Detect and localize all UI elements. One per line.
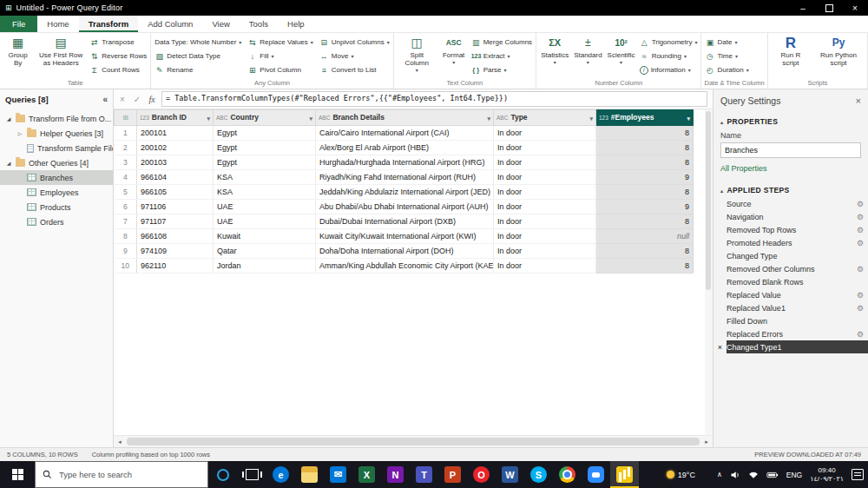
ribbon-button-fill[interactable]: ↓Fill▾ [247,49,313,63]
tab-view[interactable]: View [202,16,239,32]
expanded-expander-icon[interactable]: ◢ [5,160,12,166]
data-type-icon[interactable]: ABC [496,115,508,121]
ribbon-button-rounding[interactable]: ≈Rounding▾ [639,49,699,63]
cell[interactable]: 8 [596,214,694,229]
column-header-branch-details[interactable]: ABCBranch Details▾ [316,110,494,126]
column-header-employees[interactable]: 123#Employees▾ [596,110,694,126]
speaker-icon[interactable] [730,470,740,480]
cell[interactable]: Hurghada/Hurghada International Airport … [316,155,494,170]
ribbon-button-information[interactable]: iInformation▾ [639,63,699,77]
taskbar-app-onenote[interactable]: N [381,461,410,488]
cell[interactable]: In door [494,259,596,274]
taskbar-app-skype[interactable]: S [524,461,553,488]
row-number[interactable]: 5 [115,185,137,200]
cell[interactable]: Egypt [214,126,316,141]
cell[interactable]: Doha/Doha International Airport (DOH) [316,244,494,259]
query-item-orders[interactable]: Orders [0,214,113,229]
applied-step-navigation[interactable]: Navigation⚙ [713,210,868,223]
data-type-icon[interactable]: ABC [216,115,227,121]
ribbon-button-run-r-script[interactable]: RRun R script [771,34,811,78]
ribbon-button-unpivot-columns[interactable]: ⊟Unpivot Columns▾ [319,36,391,49]
ribbon-button-data-type-whole-number[interactable]: Data Type: Whole Number▾ [154,36,242,49]
cell[interactable]: Kuwait City/Kuwait International Airport… [316,229,494,244]
ribbon-button-convert-to-list[interactable]: ≡Convert to List [319,63,391,77]
cell[interactable]: KSA [214,170,316,185]
applied-step-source[interactable]: Source⚙ [713,197,868,210]
ribbon-button-standard[interactable]: ±Standard▾ [572,34,603,78]
ribbon-button-move[interactable]: ↔Move▾ [319,49,391,63]
applied-steps-header[interactable]: ▴ APPLIED STEPS [713,183,868,197]
ribbon-button-run-python-script[interactable]: PyRun Python script [812,34,865,78]
battery-icon[interactable] [766,470,779,480]
cell[interactable]: 9 [596,200,694,214]
status-profiling[interactable]: Column profiling based on top 1000 rows [92,451,210,458]
cell[interactable]: Qatar [214,244,316,259]
ribbon-button-merge-columns[interactable]: ▥Merge Columns [470,36,533,49]
column-header-type[interactable]: ABCType▾ [494,110,596,126]
ribbon-button-date[interactable]: ▣Date▾ [704,36,749,49]
cell[interactable]: 9 [596,170,694,185]
row-number[interactable]: 4 [115,170,137,185]
ribbon-button-pivot-column[interactable]: ⊞Pivot Column [247,63,313,77]
query-name-input[interactable] [720,142,861,158]
tab-add-column[interactable]: Add Column [138,16,202,32]
cell[interactable]: Riyadh/King Fahd International Airport (… [316,170,494,185]
ribbon-button-reverse-rows[interactable]: ⇅Reverse Rows [89,49,148,63]
close-settings-icon[interactable]: × [856,96,861,106]
cell[interactable]: Kuwait [214,229,316,244]
cell[interactable]: 200101 [137,126,214,141]
row-number[interactable]: 2 [115,141,137,155]
applied-step-changed-type1[interactable]: ×Changed Type1 [713,340,868,353]
network-icon[interactable] [748,470,759,480]
step-settings-gear-icon[interactable]: ⚙ [857,213,864,221]
cell[interactable]: 8 [596,141,694,155]
applied-step-removed-top-rows[interactable]: Removed Top Rows⚙ [713,223,868,236]
row-number[interactable]: 6 [115,200,137,214]
query-item-employees[interactable]: Employees [0,185,113,200]
applied-step-changed-type[interactable]: Changed Type [713,249,868,262]
collapse-queries-icon[interactable]: « [102,95,108,104]
ribbon-button-format[interactable]: ASCFormat▾ [439,34,469,78]
scroll-right-icon[interactable]: ▸ [700,439,713,445]
cell[interactable]: 962110 [137,259,214,274]
filter-icon[interactable]: ▾ [589,115,593,122]
query-item-transform-file-from-o[interactable]: ◢Transform File from O... [0,111,113,126]
applied-step-replaced-value[interactable]: Replaced Value⚙ [713,288,868,301]
data-type-icon[interactable]: ABC [319,115,330,121]
cortana-icon[interactable] [217,469,229,481]
cell[interactable]: In door [494,229,596,244]
cell[interactable]: Egypt [214,155,316,170]
applied-step-replaced-value1[interactable]: Replaced Value1⚙ [713,301,868,314]
query-item-branches[interactable]: Branches [0,170,113,185]
row-number[interactable]: 8 [115,229,137,244]
row-number[interactable]: 3 [115,155,137,170]
search-input[interactable] [57,469,201,480]
cell[interactable]: UAE [214,214,316,229]
cell[interactable]: In door [494,126,596,141]
ribbon-button-trigonometry[interactable]: △Trigonometry▾ [639,36,699,49]
step-settings-gear-icon[interactable]: ⚙ [857,304,864,313]
formula-input[interactable]: = Table.TransformColumnTypes(#"Replaced … [161,91,707,107]
minimize-button[interactable]: – [790,0,816,16]
cancel-formula-icon[interactable]: × [117,95,128,104]
cell[interactable]: In door [494,170,596,185]
cell[interactable]: Jeddah/King Abdulaziz International Airp… [316,185,494,200]
row-number[interactable]: 1 [115,126,137,141]
ribbon-button-duration[interactable]: ◴Duration▾ [704,63,749,77]
vertical-scroll-thumb[interactable] [706,111,711,290]
applied-step-replaced-errors[interactable]: Replaced Errors⚙ [713,327,868,340]
step-settings-gear-icon[interactable]: ⚙ [857,239,864,247]
filter-icon[interactable]: ▾ [687,115,690,122]
start-button[interactable] [0,461,35,488]
delete-step-icon[interactable]: × [713,343,727,352]
ribbon-button-detect-data-type[interactable]: ▨Detect Data Type [154,49,242,63]
cell[interactable]: In door [494,155,596,170]
data-type-icon[interactable]: 123 [140,115,149,121]
taskbar-search[interactable] [35,461,208,488]
row-number[interactable]: 10 [115,259,137,274]
ribbon-button-count-rows[interactable]: ΣCount Rows [89,63,148,77]
taskbar-app-excel[interactable]: X [352,461,381,488]
applied-step-removed-other-columns[interactable]: Removed Other Columns⚙ [713,262,868,275]
ribbon-button-split-column[interactable]: ◫Split Column▾ [397,34,437,78]
collapsed-expander-icon[interactable]: ▷ [16,130,23,136]
